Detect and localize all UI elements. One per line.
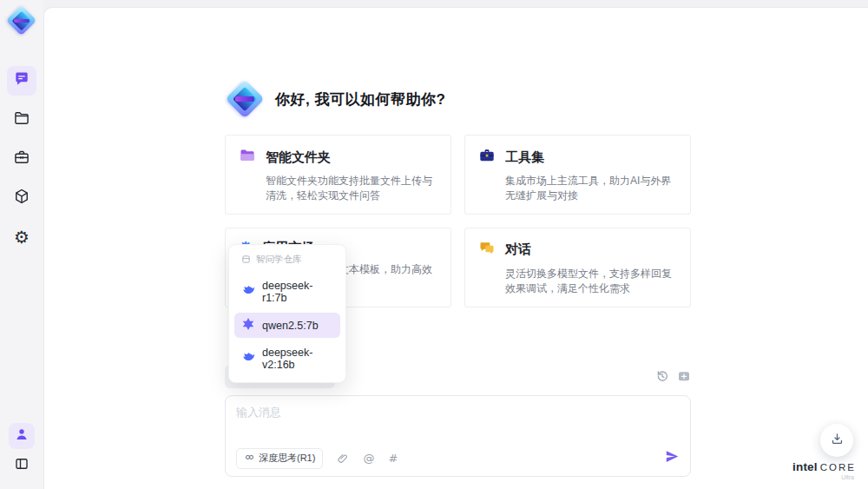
model-dropdown-header: 智问学仓库 [234,252,340,271]
intel-tier-text: Ultra [792,474,856,480]
model-option-deepseek-v2[interactable]: deepseek-v2:16b [234,342,340,375]
toolbox-icon [13,149,30,169]
card-description: 智能文件夹功能支持批量文件上传与清洗，轻松实现文件问答 [239,174,437,204]
folder-icon [13,109,30,130]
qwen-icon [241,317,255,334]
card-description: 集成市场上主流工具，助力AI与外界无缝扩展与对接 [478,174,677,204]
model-option-deepseek-r1[interactable]: deepseek-r1:7b [234,275,340,308]
app-logo [6,5,37,36]
deep-think-icon [244,452,255,465]
user-icon [14,426,30,446]
main-panel: 你好, 我可以如何帮助你? 智能文件夹 智能文件夹功能支持批量文件上传与清洗，轻… [43,7,868,489]
card-dialog[interactable]: 对话 灵活切换多模型文件，支持多样回复效果调试，满足个性化需求 [464,228,691,307]
assistant-logo [225,79,265,119]
deepseek-icon [241,351,255,367]
repository-icon [241,254,251,266]
model-option-label: qwen2.5:7b [262,320,319,332]
intel-brand-text: intel [792,460,818,473]
send-button[interactable] [665,449,680,467]
intel-core-badge: intel CORE Ultra [792,460,856,480]
sidebar: ⚙ [0,0,43,489]
model-option-label: deepseek-v2:16b [262,347,333,371]
mention-icon[interactable]: @ [363,452,374,465]
model-dropdown-header-label: 智问学仓库 [256,254,302,266]
model-option-qwen[interactable]: qwen2.5:7b [234,313,340,338]
deepseek-icon [241,284,255,301]
deep-think-button[interactable]: 深度思考(R1) [236,448,323,469]
model-option-label: deepseek-r1:7b [262,280,333,304]
settings-gear-icon: ⚙ [14,228,30,246]
cube-icon [13,188,30,208]
toolset-briefcase-icon [478,147,496,168]
chat-icon [13,70,30,91]
smart-folder-icon [239,147,256,168]
sidebar-item-settings[interactable]: ⚙ [7,222,36,252]
download-button[interactable] [820,424,853,457]
hash-icon[interactable]: # [388,452,398,465]
card-toolset[interactable]: 工具集 集成市场上主流工具，助力AI与外界无缝扩展与对接 [464,135,691,215]
card-smart-folder[interactable]: 智能文件夹 智能文件夹功能支持批量文件上传与清洗，轻松实现文件问答 [225,135,451,215]
sidebar-item-apps[interactable] [7,183,36,213]
composer-toolbar: 深度思考(R1) @ # [236,448,680,469]
paperclip-icon[interactable] [337,453,349,465]
sidebar-item-tools[interactable] [7,144,36,174]
greeting: 你好, 我可以如何帮助你? [225,8,691,119]
composer: 深度思考(R1) @ # [225,395,691,477]
model-dropdown: 智问学仓库 deepseek-r1:7b qwen2.5:7b deepseek… [228,244,346,383]
message-input[interactable] [236,405,680,448]
card-title: 工具集 [505,149,544,166]
dialog-bubbles-icon [478,240,496,261]
download-icon [830,432,845,450]
card-title: 智能文件夹 [266,149,331,166]
new-chat-icon[interactable] [677,369,691,383]
sidebar-item-user[interactable] [9,423,35,449]
sidebar-item-folders[interactable] [7,105,36,135]
history-icon[interactable] [655,369,669,383]
card-description: 灵活切换多模型文件，支持多样回复效果调试，满足个性化需求 [478,267,677,297]
panel-toggle-icon [14,456,30,475]
intel-product-text: CORE [820,462,856,472]
card-title: 对话 [505,241,531,258]
deep-think-label: 深度思考(R1) [259,452,315,465]
sidebar-panel-toggle[interactable] [9,453,35,479]
send-icon [665,449,680,467]
sidebar-item-chat[interactable] [7,66,36,96]
greeting-text: 你好, 我可以如何帮助你? [275,89,445,109]
